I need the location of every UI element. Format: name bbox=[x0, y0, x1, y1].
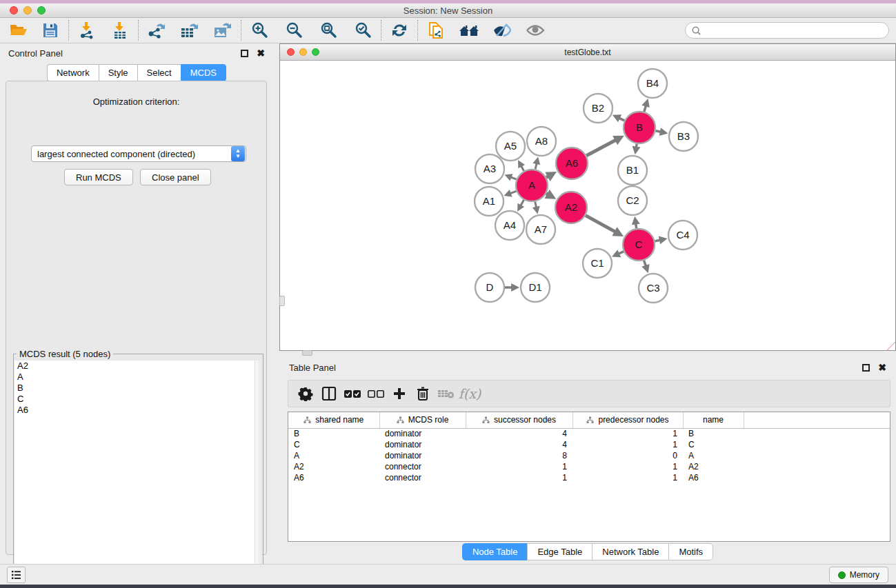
split-divider-handle[interactable] bbox=[279, 296, 285, 306]
float-panel-icon[interactable] bbox=[241, 50, 248, 57]
mcds-result-list[interactable]: A2ABCA6 bbox=[14, 361, 262, 587]
column-tree-icon bbox=[586, 416, 594, 424]
close-panel-icon[interactable]: ✖ bbox=[257, 50, 265, 57]
horizontal-divider-handle[interactable] bbox=[302, 350, 312, 356]
table-row[interactable]: Cdominator41C bbox=[288, 439, 890, 450]
column-header[interactable]: predecessor nodes bbox=[573, 412, 683, 428]
table-row[interactable]: Bdominator41B bbox=[288, 428, 890, 439]
table-row[interactable]: Adominator80A bbox=[288, 450, 890, 461]
graph-node-A3[interactable]: A3 bbox=[475, 154, 504, 183]
list-item[interactable]: A2 bbox=[14, 361, 262, 372]
edge-A2-C[interactable] bbox=[586, 216, 616, 232]
edge-A6-B[interactable] bbox=[586, 140, 616, 156]
graph-node-A8[interactable]: A8 bbox=[527, 127, 556, 156]
zoom-out-icon[interactable] bbox=[281, 19, 307, 42]
list-item[interactable]: C bbox=[14, 394, 262, 405]
zoom-fit-icon[interactable] bbox=[315, 19, 341, 42]
show-all-icon[interactable] bbox=[522, 19, 548, 42]
open-file-icon[interactable] bbox=[6, 19, 32, 42]
column-header[interactable]: MCDS role bbox=[379, 412, 466, 428]
graph-node-C4[interactable]: C4 bbox=[668, 221, 697, 250]
node-label: A8 bbox=[535, 135, 548, 147]
search-box bbox=[685, 22, 889, 39]
graph-node-C2[interactable]: C2 bbox=[618, 186, 647, 215]
deselect-all-icon[interactable] bbox=[364, 382, 388, 405]
import-table-icon[interactable] bbox=[107, 19, 133, 42]
maximize-window-button[interactable] bbox=[37, 6, 46, 14]
network-maximize-button[interactable] bbox=[312, 48, 319, 56]
first-neighbors-icon[interactable] bbox=[456, 19, 482, 42]
graph-node-A4[interactable]: A4 bbox=[495, 211, 524, 240]
zoom-selected-icon[interactable] bbox=[350, 19, 376, 42]
search-input[interactable] bbox=[701, 26, 874, 35]
column-header[interactable]: name bbox=[683, 412, 744, 428]
graph-node-A2[interactable]: A2 bbox=[555, 192, 587, 223]
column-header[interactable]: successor nodes bbox=[466, 412, 573, 428]
graph-node-D1[interactable]: D1 bbox=[521, 273, 550, 302]
refresh-icon[interactable] bbox=[386, 19, 412, 42]
graph-node-A[interactable]: A bbox=[516, 170, 548, 201]
table-close-icon[interactable]: ✖ bbox=[878, 364, 886, 372]
hide-selected-icon[interactable] bbox=[489, 19, 515, 42]
tab-select[interactable]: Select bbox=[137, 64, 181, 81]
graph-node-A7[interactable]: A7 bbox=[526, 215, 555, 244]
optimization-criterion-dropdown[interactable]: largest connected component (directed) ▲… bbox=[31, 145, 246, 162]
graph-node-B[interactable]: B bbox=[624, 112, 655, 143]
list-item[interactable]: A bbox=[14, 372, 262, 383]
close-panel-button[interactable]: Close panel bbox=[140, 169, 211, 185]
graph-node-B3[interactable]: B3 bbox=[669, 122, 698, 151]
graph-node-C3[interactable]: C3 bbox=[639, 274, 668, 303]
network-close-button[interactable] bbox=[287, 48, 295, 56]
function-builder-icon[interactable]: f(x) bbox=[458, 382, 481, 405]
export-table-icon[interactable] bbox=[177, 19, 203, 42]
split-columns-icon[interactable] bbox=[317, 382, 341, 405]
tab-motifs[interactable]: Motifs bbox=[668, 543, 713, 560]
save-session-icon[interactable] bbox=[37, 19, 63, 42]
column-header[interactable]: shared name bbox=[288, 412, 379, 428]
graph-node-C1[interactable]: C1 bbox=[583, 249, 612, 278]
graph-node-B2[interactable]: B2 bbox=[584, 94, 613, 123]
table-row[interactable]: A2connector11A2 bbox=[288, 461, 890, 472]
graph-node-B1[interactable]: B1 bbox=[618, 156, 647, 185]
close-window-button[interactable] bbox=[10, 6, 18, 14]
resize-grip-icon[interactable] bbox=[887, 342, 895, 350]
gear-icon[interactable] bbox=[294, 382, 317, 405]
clone-network-icon[interactable] bbox=[423, 19, 449, 42]
graph-node-A6[interactable]: A6 bbox=[556, 148, 588, 179]
export-image-icon[interactable] bbox=[210, 19, 236, 42]
tab-network-table[interactable]: Network Table bbox=[592, 543, 668, 560]
arrowhead-icon bbox=[659, 236, 668, 245]
graph-node-A5[interactable]: A5 bbox=[496, 132, 525, 161]
node-table[interactable]: shared nameMCDS rolesuccessor nodesprede… bbox=[288, 412, 890, 542]
graph-node-A1[interactable]: A1 bbox=[475, 187, 504, 216]
tab-style[interactable]: Style bbox=[99, 64, 137, 81]
graph-node-C[interactable]: C bbox=[623, 229, 655, 261]
import-network-icon[interactable] bbox=[74, 19, 100, 42]
search-icon bbox=[691, 26, 701, 36]
table-float-icon[interactable] bbox=[862, 364, 870, 372]
graph-node-D[interactable]: D bbox=[475, 273, 504, 302]
network-canvas[interactable]: B4B2BB3A8A5A6B1A3AC2A1A2A4A7C4CC1C3DD1 bbox=[280, 61, 895, 350]
network-window-titlebar[interactable]: testGlobe.txt bbox=[280, 44, 895, 61]
add-column-icon[interactable] bbox=[388, 382, 411, 405]
tab-mcds[interactable]: MCDS bbox=[181, 64, 226, 81]
zoom-in-icon[interactable] bbox=[246, 19, 272, 42]
table-header-row[interactable]: shared nameMCDS rolesuccessor nodesprede… bbox=[288, 412, 890, 428]
list-item[interactable]: A6 bbox=[14, 405, 262, 416]
table-row[interactable]: A6connector11A6 bbox=[288, 472, 890, 483]
graph-node-B4[interactable]: B4 bbox=[638, 69, 667, 98]
tab-node-table[interactable]: Node Table bbox=[462, 543, 528, 560]
tab-edge-table[interactable]: Edge Table bbox=[527, 543, 592, 560]
export-network-icon[interactable] bbox=[143, 19, 170, 42]
list-scrollbar[interactable] bbox=[255, 361, 262, 587]
delete-table-icon[interactable] bbox=[435, 382, 458, 405]
delete-icon[interactable] bbox=[411, 382, 435, 405]
run-mcds-button[interactable]: Run MCDS bbox=[64, 169, 133, 185]
select-all-icon[interactable] bbox=[341, 382, 364, 405]
memory-button[interactable]: Memory bbox=[829, 567, 888, 583]
task-history-button[interactable] bbox=[7, 567, 26, 583]
network-minimize-button[interactable] bbox=[299, 48, 307, 56]
list-item[interactable]: B bbox=[14, 383, 262, 394]
minimize-window-button[interactable] bbox=[23, 6, 32, 14]
tab-network[interactable]: Network bbox=[47, 64, 99, 81]
